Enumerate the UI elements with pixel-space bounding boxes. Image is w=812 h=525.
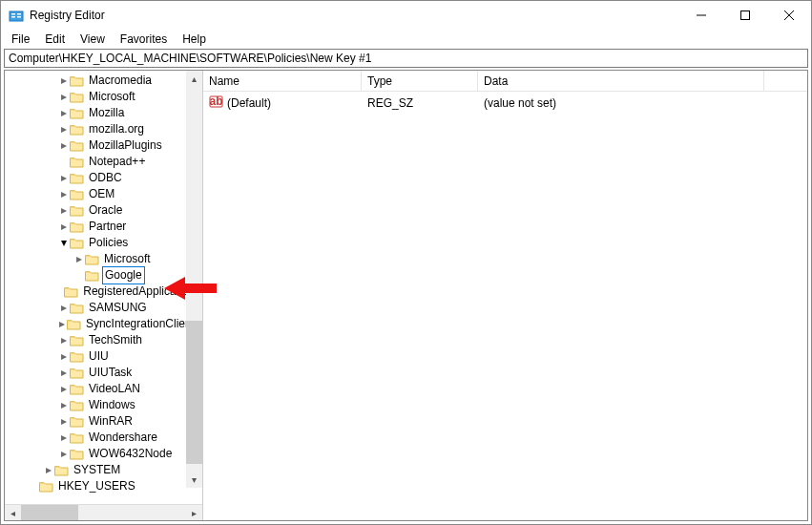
folder-icon — [64, 285, 78, 298]
column-headers[interactable]: Name Type Data — [203, 71, 807, 92]
expand-icon[interactable]: ▸ — [58, 105, 70, 121]
tree-item[interactable]: ▸UIUTask — [5, 365, 202, 381]
tree-item[interactable]: ▸Wondershare — [5, 430, 202, 446]
tree-item-label: VideoLAN — [87, 381, 142, 397]
tree-item[interactable]: ▸UIU — [5, 348, 202, 365]
tree-item-label: HKEY_USERS — [56, 478, 137, 494]
menu-edit[interactable]: Edit — [38, 31, 72, 48]
scroll-left-button[interactable]: ◂ — [5, 505, 21, 521]
column-header-data[interactable]: Data — [478, 71, 764, 91]
folder-icon — [70, 367, 84, 379]
tree-item-label: Google — [102, 266, 145, 284]
expand-icon[interactable]: ▸ — [58, 219, 70, 235]
tree-item[interactable]: ▸WOW6432Node — [5, 446, 202, 462]
tree-item[interactable]: ▸Oracle — [5, 202, 202, 219]
tree-item[interactable]: ▸SAMSUNG — [5, 300, 202, 316]
folder-icon — [54, 464, 69, 476]
svg-text:ab: ab — [209, 94, 222, 108]
expand-icon[interactable]: ▸ — [58, 348, 70, 365]
close-button[interactable] — [767, 1, 811, 30]
folder-icon — [67, 318, 81, 330]
menu-help[interactable]: Help — [176, 31, 213, 48]
collapse-icon[interactable]: ▾ — [58, 235, 70, 251]
expand-icon[interactable]: ▸ — [58, 170, 70, 186]
scroll-right-button[interactable]: ▸ — [186, 505, 202, 521]
folder-icon — [70, 139, 84, 152]
address-bar[interactable]: Computer\HKEY_LOCAL_MACHINE\SOFTWARE\Pol… — [4, 49, 808, 68]
expand-icon[interactable]: ▸ — [58, 381, 70, 397]
tree-item[interactable]: ▸Macromedia — [5, 73, 202, 89]
tree-item-label: Wondershare — [87, 430, 159, 446]
scroll-up-button[interactable]: ▴ — [186, 71, 202, 87]
folder-icon — [70, 91, 84, 103]
tree-item[interactable]: ▸SYSTEM — [5, 462, 202, 478]
expand-icon[interactable]: ▸ — [58, 202, 70, 219]
tree-item-label: Oracle — [87, 202, 124, 219]
expand-icon[interactable]: ▸ — [58, 73, 70, 89]
expand-icon[interactable]: ▸ — [73, 251, 85, 267]
value-row[interactable]: ab(Default)REG_SZ(value not set) — [203, 92, 807, 115]
values-pane: Name Type Data ab(Default)REG_SZ(value n… — [203, 71, 807, 520]
expand-icon[interactable]: ▸ — [58, 89, 70, 105]
expand-icon[interactable]: ▸ — [58, 365, 70, 381]
expand-icon[interactable]: ▸ — [58, 316, 67, 332]
expand-icon[interactable]: ▸ — [58, 446, 70, 462]
tree-item[interactable]: ▸MozillaPlugins — [5, 137, 202, 154]
tree-item[interactable]: HKEY_USERS — [5, 478, 202, 494]
folder-icon — [85, 253, 99, 265]
folder-icon — [70, 220, 84, 233]
menu-view[interactable]: View — [73, 31, 112, 48]
scroll-thumb-h[interactable] — [21, 505, 78, 521]
tree-item[interactable]: ▸Microsoft — [5, 251, 202, 267]
tree-item[interactable]: ▸TechSmith — [5, 332, 202, 348]
tree-item[interactable]: ▸WinRAR — [5, 413, 202, 430]
tree-horizontal-scrollbar[interactable]: ◂ ▸ — [5, 504, 202, 520]
tree-item-label: WinRAR — [87, 413, 135, 430]
folder-icon — [70, 156, 84, 168]
expand-icon[interactable]: ▸ — [58, 397, 70, 413]
value-type: REG_SZ — [367, 96, 413, 110]
scroll-track[interactable] — [186, 87, 202, 472]
folder-icon — [70, 123, 84, 136]
value-list[interactable]: ab(Default)REG_SZ(value not set) — [203, 92, 807, 115]
tree-vertical-scrollbar[interactable]: ▴ ▾ — [186, 71, 202, 488]
expand-icon[interactable]: ▸ — [43, 462, 54, 478]
tree-item[interactable]: ▾Policies — [5, 235, 202, 251]
tree-item-label: TechSmith — [87, 332, 144, 348]
expand-icon[interactable]: ▸ — [58, 413, 70, 430]
menu-favorites[interactable]: Favorites — [114, 31, 174, 48]
column-header-name[interactable]: Name — [203, 71, 362, 91]
expand-icon[interactable]: ▸ — [58, 332, 70, 348]
tree-item-label: Microsoft — [87, 89, 137, 105]
tree-item-label: UIU — [87, 348, 111, 365]
folder-icon — [70, 448, 84, 460]
expand-icon[interactable]: ▸ — [58, 186, 70, 202]
titlebar[interactable]: Registry Editor — [1, 1, 811, 30]
tree-item-label: Macromedia — [87, 73, 154, 89]
tree-item[interactable]: ▸OEM — [5, 186, 202, 202]
tree-item[interactable]: ▸Windows — [5, 397, 202, 413]
tree-item[interactable]: ▸ODBC — [5, 170, 202, 186]
expand-icon[interactable]: ▸ — [58, 121, 70, 137]
tree-item[interactable]: ▸VideoLAN — [5, 381, 202, 397]
tree-item[interactable]: ▸Partner — [5, 219, 202, 235]
menu-file[interactable]: File — [5, 31, 36, 48]
expand-icon[interactable]: ▸ — [58, 430, 70, 446]
tree-item[interactable]: Google — [5, 267, 202, 284]
tree[interactable]: ▸Macromedia▸Microsoft▸Mozilla▸mozilla.or… — [5, 71, 202, 496]
scroll-down-button[interactable]: ▾ — [186, 472, 202, 488]
maximize-button[interactable] — [723, 1, 767, 30]
scroll-thumb[interactable] — [186, 321, 202, 464]
tree-item[interactable]: ▸Mozilla — [5, 105, 202, 121]
scroll-track-h[interactable] — [21, 505, 186, 521]
tree-item[interactable]: RegisteredApplications — [5, 284, 202, 300]
column-header-type[interactable]: Type — [362, 71, 478, 91]
tree-item[interactable]: ▸SyncIntegrationClients — [5, 316, 202, 332]
tree-item-label: Microsoft — [102, 251, 153, 267]
expand-icon[interactable]: ▸ — [58, 300, 70, 316]
minimize-button[interactable] — [679, 1, 723, 30]
tree-item[interactable]: ▸Microsoft — [5, 89, 202, 105]
expand-icon[interactable]: ▸ — [58, 137, 70, 154]
tree-item[interactable]: ▸mozilla.org — [5, 121, 202, 137]
tree-item[interactable]: Notepad++ — [5, 154, 202, 170]
